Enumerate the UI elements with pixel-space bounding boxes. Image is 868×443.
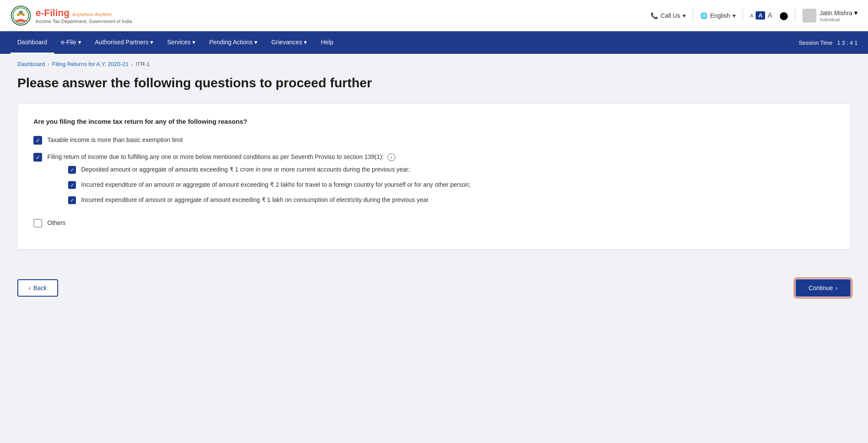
session-value: 1 3 : 4 1 (837, 40, 858, 46)
navbar: Dashboard e-File ▾ Authorised Partners ▾… (0, 31, 868, 54)
continue-button[interactable]: Continue › (796, 279, 851, 297)
divider-1 (693, 9, 693, 22)
nav-pending-actions[interactable]: Pending Actions ▾ (202, 31, 264, 54)
breadcrumb-sep-2: › (131, 61, 133, 67)
call-us-button[interactable]: 📞 Call Us ▾ (651, 12, 686, 19)
nav-services[interactable]: Services ▾ (160, 31, 202, 54)
nav-pending-chevron: ▾ (254, 39, 257, 46)
language-button[interactable]: 🌐 English ▾ (700, 12, 736, 19)
checkbox-2b[interactable]: ✓ (68, 181, 76, 189)
user-role: Individual (820, 17, 858, 22)
nav-efile[interactable]: e-File ▾ (54, 31, 88, 54)
nav-grievances[interactable]: Grievances ▾ (264, 31, 314, 54)
logo: 🔵 INCOME TAX e-Filing Anywhere Anytime I… (10, 5, 132, 26)
question-text: Are you filing the income tax return for… (33, 118, 835, 125)
svg-point-7 (22, 13, 25, 16)
check-icon-2b: ✓ (70, 183, 74, 188)
call-chevron-icon: ▾ (683, 12, 686, 19)
breadcrumb-sep-1: › (48, 61, 49, 67)
nav-services-chevron: ▾ (192, 39, 195, 46)
breadcrumb-dashboard[interactable]: Dashboard (17, 61, 45, 67)
efiling-label: e-Filing (36, 7, 69, 18)
user-details: Jatin Mishra ▾ Individual (820, 9, 858, 22)
nav-dashboard[interactable]: Dashboard (10, 31, 54, 54)
font-decrease-button[interactable]: A (750, 13, 753, 18)
language-label: English (710, 12, 730, 19)
info-icon-2[interactable]: i (388, 153, 395, 161)
logo-efiling: e-Filing Anywhere Anytime (36, 7, 132, 19)
contrast-button[interactable]: ⬤ (779, 11, 788, 20)
checkbox-row-3: Others (33, 218, 835, 228)
user-info: Jatin Mishra ▾ Individual (802, 9, 858, 23)
svg-point-5 (17, 13, 20, 16)
checkbox-2-content: Filing return of income due to fulfillin… (47, 152, 470, 211)
nav-authorised-partners[interactable]: Authorised Partners ▾ (88, 31, 161, 54)
phone-icon: 📞 (651, 12, 658, 19)
checkbox-row-2: ✓ Filing return of income due to fulfill… (33, 152, 835, 211)
logo-subtitle: Income Tax Department, Government of Ind… (36, 19, 132, 24)
checkbox-1-label: Taxable income is more than basic exempt… (47, 136, 183, 145)
svg-text:INCOME TAX: INCOME TAX (16, 20, 26, 22)
main-content: Please answer the following questions to… (0, 74, 868, 267)
checkbox-3[interactable] (33, 219, 42, 228)
user-name: Jatin Mishra (820, 10, 852, 17)
check-icon-2c: ✓ (70, 198, 74, 203)
checkbox-3-label: Others (47, 218, 66, 228)
emblem-icon: 🔵 INCOME TAX (10, 5, 31, 26)
header: 🔵 INCOME TAX e-Filing Anywhere Anytime I… (0, 0, 868, 31)
font-increase-button[interactable]: A (768, 12, 773, 20)
checkbox-row-2a: ✓ Deposited amount or aggregate of amoun… (68, 165, 470, 174)
nav-help[interactable]: Help (314, 31, 340, 54)
back-arrow-icon: ‹ (29, 284, 31, 291)
continue-label: Continue (809, 284, 833, 291)
nav-dashboard-label: Dashboard (17, 39, 47, 46)
checkbox-1[interactable]: ✓ (33, 136, 42, 145)
nav-partners-label: Authorised Partners (95, 39, 149, 46)
divider-3 (795, 9, 796, 22)
checkbox-2c[interactable]: ✓ (68, 196, 76, 204)
nav-grievances-label: Grievances (271, 39, 302, 46)
globe-icon: 🌐 (700, 12, 707, 19)
checkbox-2-label: Filing return of income due to fulfillin… (47, 153, 384, 160)
nav-services-label: Services (167, 39, 191, 46)
checkbox-2a-label: Deposited amount or aggregate of amounts… (81, 165, 410, 174)
checkbox-row-2b: ✓ Incurred expenditure of an amount or a… (68, 180, 470, 189)
page-title: Please answer the following questions to… (17, 74, 851, 91)
nav-pending-label: Pending Actions (209, 39, 253, 46)
avatar (802, 9, 816, 23)
nav-efile-chevron: ▾ (78, 39, 81, 46)
checkbox-2a[interactable]: ✓ (68, 166, 76, 174)
logo-text: e-Filing Anywhere Anytime Income Tax Dep… (36, 7, 132, 24)
call-us-label: Call Us (661, 12, 680, 19)
checkbox-2b-label: Incurred expenditure of an amount or agg… (81, 180, 470, 189)
question-card: Are you filing the income tax return for… (17, 103, 851, 250)
lang-chevron-icon: ▾ (733, 12, 736, 19)
check-icon-2a: ✓ (70, 168, 74, 172)
anywhere-label: Anywhere Anytime (72, 12, 112, 17)
divider-2 (743, 9, 743, 22)
checkbox-row-1: ✓ Taxable income is more than basic exem… (33, 136, 835, 145)
nav-partners-chevron: ▾ (150, 39, 153, 46)
check-icon-2: ✓ (36, 155, 40, 160)
checkbox-2[interactable]: ✓ (33, 153, 42, 162)
sub-section: ✓ Deposited amount or aggregate of amoun… (47, 165, 470, 205)
checkbox-row-2c: ✓ Incurred expenditure of amount or aggr… (68, 195, 470, 205)
back-button[interactable]: ‹ Back (17, 279, 58, 297)
back-label: Back (33, 284, 47, 291)
breadcrumb-filing-returns[interactable]: Filing Returns for A.Y. 2020-21 (52, 61, 128, 67)
font-controls: A A A (750, 11, 772, 20)
continue-arrow-icon: › (835, 284, 838, 291)
breadcrumb: Dashboard › Filing Returns for A.Y. 2020… (0, 54, 868, 74)
check-icon-1: ✓ (36, 138, 40, 143)
session-label: Session Time (799, 40, 835, 46)
session-time: Session Time 1 3 : 4 1 (799, 40, 858, 46)
font-normal-button[interactable]: A (756, 11, 765, 20)
header-controls: 📞 Call Us ▾ 🌐 English ▾ A A A ⬤ Jatin Mi… (651, 9, 858, 23)
nav-grievances-chevron: ▾ (304, 39, 307, 46)
breadcrumb-itr1: ITR-1 (135, 61, 150, 67)
nav-efile-label: e-File (61, 39, 76, 46)
checkbox-2c-label: Incurred expenditure of amount or aggreg… (81, 195, 428, 205)
nav-help-label: Help (321, 39, 333, 46)
svg-point-6 (20, 12, 23, 15)
bottom-bar: ‹ Back Continue › (0, 267, 868, 309)
